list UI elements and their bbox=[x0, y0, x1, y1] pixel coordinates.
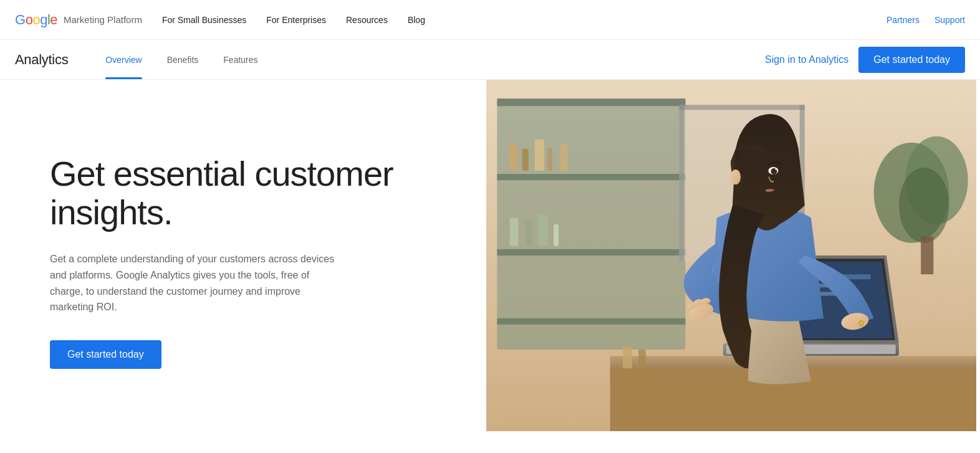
second-nav-right: Sign in to Analytics Get started today bbox=[765, 47, 965, 73]
second-nav-links: Overview Benefits Features bbox=[93, 40, 270, 79]
analytics-title: Analytics bbox=[15, 52, 68, 68]
nav-blog[interactable]: Blog bbox=[408, 15, 425, 25]
sign-in-link[interactable]: Sign in to Analytics bbox=[765, 54, 848, 65]
nav-support[interactable]: Support bbox=[934, 15, 965, 25]
hero-description: Get a complete understanding of your cus… bbox=[50, 251, 337, 315]
hero-section: Get essential customer insights. Get a c… bbox=[0, 80, 980, 431]
get-started-nav-button[interactable]: Get started today bbox=[858, 47, 965, 73]
hero-image bbox=[486, 80, 976, 431]
svg-rect-48 bbox=[486, 80, 976, 431]
platform-name: Marketing Platform bbox=[64, 14, 142, 25]
get-started-hero-button[interactable]: Get started today bbox=[50, 340, 161, 369]
logo-link[interactable]: Google Marketing Platform bbox=[15, 12, 142, 28]
second-nav: Analytics Overview Benefits Features Sig… bbox=[0, 40, 980, 80]
nav-features[interactable]: Features bbox=[211, 40, 270, 79]
nav-overview[interactable]: Overview bbox=[93, 40, 154, 79]
nav-benefits[interactable]: Benefits bbox=[155, 40, 211, 79]
top-nav: Google Marketing Platform For Small Busi… bbox=[0, 0, 980, 40]
nav-small-businesses[interactable]: For Small Businesses bbox=[162, 15, 246, 25]
top-nav-links: For Small Businesses For Enterprises Res… bbox=[162, 15, 886, 25]
top-nav-right: Partners Support bbox=[886, 15, 965, 25]
hero-illustration bbox=[486, 80, 976, 431]
hero-content: Get essential customer insights. Get a c… bbox=[0, 80, 486, 431]
nav-partners[interactable]: Partners bbox=[886, 15, 920, 25]
nav-resources[interactable]: Resources bbox=[346, 15, 388, 25]
nav-enterprises[interactable]: For Enterprises bbox=[266, 15, 326, 25]
google-logo: Google bbox=[15, 12, 57, 28]
hero-title: Get essential customer insights. bbox=[50, 155, 449, 231]
